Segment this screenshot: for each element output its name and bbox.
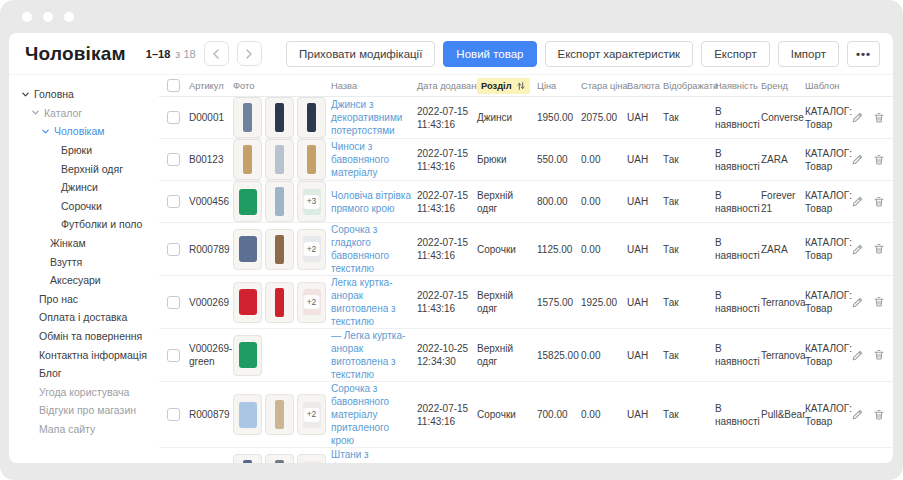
sidebar-item-tshirts-polo[interactable]: Футболки и поло — [9, 215, 159, 234]
more-photos-thumbnail[interactable]: +2 — [297, 282, 326, 323]
sidebar-item-exchange-returns[interactable]: Обмін та повернення — [9, 327, 159, 346]
select-all-checkbox[interactable] — [167, 79, 180, 92]
column-header-photo[interactable]: Фото — [233, 81, 331, 91]
edit-button[interactable] — [851, 408, 864, 422]
column-header-sku[interactable]: Артикул — [189, 81, 233, 91]
row-checkbox[interactable] — [167, 408, 180, 421]
product-photo-thumbnail[interactable] — [265, 282, 294, 323]
row-actions — [851, 408, 889, 422]
delete-button[interactable] — [873, 348, 885, 362]
edit-button[interactable] — [851, 295, 864, 309]
sidebar-item-user-agreement[interactable]: Угода користувача — [9, 383, 159, 402]
delete-icon — [873, 242, 885, 256]
column-header-date[interactable]: Дата додавання — [417, 81, 477, 91]
sort-icon[interactable] — [516, 81, 526, 91]
sidebar-item-trousers[interactable]: Брюки — [9, 141, 159, 160]
window-control-dot[interactable] — [22, 12, 32, 22]
column-header-availability[interactable]: Наявність — [715, 81, 761, 91]
product-name-link[interactable]: — Легка куртка-анорак виготовлена з текс… — [331, 329, 417, 381]
product-name-link[interactable]: Штани з бавовняного матеріалу прямого кр… — [331, 448, 417, 463]
prev-page-button[interactable] — [204, 41, 229, 66]
edit-button[interactable] — [851, 111, 864, 125]
column-header-template[interactable]: Шаблон — [805, 81, 851, 91]
product-photo-thumbnail[interactable] — [265, 97, 294, 138]
delete-button[interactable] — [873, 153, 885, 167]
delete-button[interactable] — [873, 242, 885, 256]
export-characteristics-button[interactable]: Експорт характеристик — [545, 41, 694, 67]
product-photo-thumbnail[interactable] — [265, 181, 294, 222]
row-checkbox[interactable] — [167, 111, 180, 124]
product-photo-thumbnail[interactable] — [233, 454, 262, 464]
product-name-link[interactable]: Сорочка з гладкого бавовняного текстилю — [331, 223, 417, 275]
row-checkbox[interactable] — [167, 243, 180, 256]
row-checkbox[interactable] — [167, 195, 180, 208]
column-header-name[interactable]: Назва — [331, 81, 417, 91]
row-checkbox[interactable] — [167, 349, 180, 362]
sidebar-item-men[interactable]: Чоловікам — [9, 122, 159, 141]
more-photos-thumbnail[interactable]: +2 — [297, 394, 326, 435]
sidebar-item-shirts[interactable]: Сорочки — [9, 197, 159, 216]
sidebar-item-catalog[interactable]: Каталог — [9, 104, 159, 123]
sidebar-item-jeans[interactable]: Джинси — [9, 178, 159, 197]
column-header-brand[interactable]: Бренд — [761, 81, 805, 91]
sidebar-item-home[interactable]: Головна — [9, 85, 159, 104]
edit-button[interactable] — [851, 153, 864, 167]
window-control-dot[interactable] — [64, 12, 74, 22]
product-photo-thumbnail[interactable] — [233, 282, 262, 323]
edit-button[interactable] — [851, 195, 864, 209]
sidebar-item-shoes[interactable]: Взуття — [9, 252, 159, 271]
cell-photo: +2 — [233, 282, 331, 323]
product-photo-thumbnail[interactable] — [265, 394, 294, 435]
sidebar-item-about[interactable]: Про нас — [9, 290, 159, 309]
column-header-price[interactable]: Ціна — [537, 81, 581, 91]
sidebar-item-payment-delivery[interactable]: Оплата і доставка — [9, 308, 159, 327]
more-photos-thumbnail[interactable]: +2 — [297, 454, 326, 464]
sidebar-item-women[interactable]: Жінкам — [9, 234, 159, 253]
edit-button[interactable] — [851, 242, 864, 256]
next-page-button[interactable] — [237, 41, 262, 66]
column-header-display[interactable]: Відображати — [663, 81, 715, 91]
product-photo-thumbnail[interactable] — [233, 394, 262, 435]
sidebar-item-blog[interactable]: Блог — [9, 364, 159, 383]
sidebar-item-sitemap[interactable]: Мапа сайту — [9, 420, 159, 439]
edit-button[interactable] — [851, 348, 864, 362]
product-photo-thumbnail[interactable] — [265, 139, 294, 180]
product-photo-thumbnail[interactable] — [233, 229, 262, 270]
product-name-link[interactable]: Чоловіча вітрівка прямого крою — [331, 189, 417, 215]
column-header-old_price[interactable]: Стара ціна — [581, 81, 627, 91]
product-photo-thumbnail[interactable] — [265, 229, 294, 270]
delete-button[interactable] — [873, 408, 885, 422]
delete-button[interactable] — [873, 295, 885, 309]
product-photo-thumbnail[interactable] — [297, 139, 326, 180]
product-name-link[interactable]: Легка куртка-анорак виготовлена з тексти… — [331, 276, 417, 328]
sidebar-item-store-reviews[interactable]: Відгуки про магазин — [9, 401, 159, 420]
hide-modifications-button[interactable]: Приховати модифікації — [286, 41, 435, 67]
window-control-dot[interactable] — [43, 12, 53, 22]
product-name-link[interactable]: Чиноси з бавовняного матеріалу — [331, 140, 417, 179]
delete-button[interactable] — [873, 195, 885, 209]
export-button[interactable]: Експорт — [701, 41, 770, 67]
row-checkbox[interactable] — [167, 153, 180, 166]
product-photo-thumbnail[interactable] — [233, 181, 262, 222]
column-header-currency[interactable]: Валюта — [627, 81, 663, 91]
sidebar-item-contact-info[interactable]: Контактна інформація — [9, 345, 159, 364]
more-actions-button[interactable]: ••• — [847, 41, 880, 67]
more-photos-thumbnail[interactable]: +2 — [297, 229, 326, 270]
row-checkbox[interactable] — [167, 296, 180, 309]
product-photo-thumbnail[interactable] — [233, 97, 262, 138]
sidebar-item-accessories[interactable]: Аксесуари — [9, 271, 159, 290]
product-name-link[interactable]: Джинси з декоративними потертостями — [331, 98, 417, 137]
edit-icon — [851, 195, 864, 208]
more-photos-thumbnail[interactable]: +3 — [297, 181, 326, 222]
column-header-section[interactable]: Розділ — [477, 78, 537, 94]
product-photo-thumbnail[interactable] — [265, 454, 294, 464]
new-product-button[interactable]: Новий товар — [443, 41, 536, 67]
product-photo-thumbnail[interactable] — [297, 97, 326, 138]
sidebar-item-outerwear[interactable]: Верхній одяг — [9, 159, 159, 178]
product-name-link[interactable]: Сорочка з бавовняного матеріалу притален… — [331, 382, 417, 447]
product-photo-thumbnail[interactable] — [233, 139, 262, 180]
import-button[interactable]: Імпорт — [778, 41, 839, 67]
product-photo-thumbnail[interactable] — [233, 335, 262, 376]
delete-button[interactable] — [873, 111, 885, 125]
garment-shape — [303, 461, 321, 463]
